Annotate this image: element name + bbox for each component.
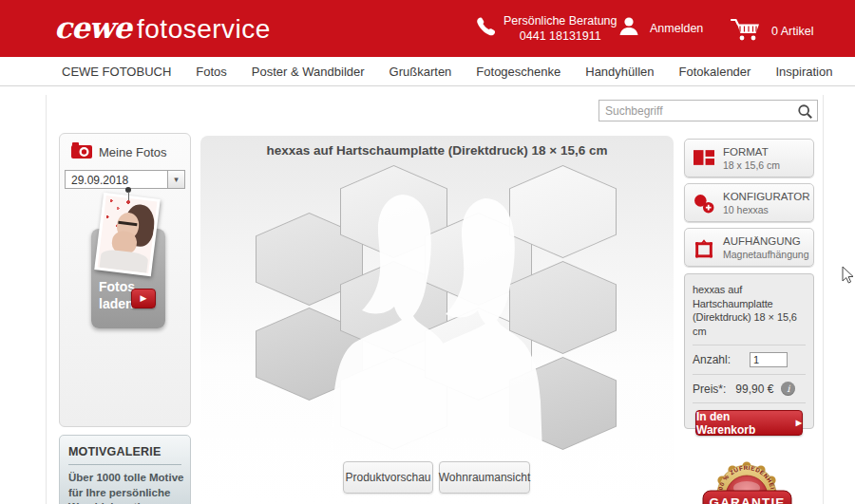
logo-text: fotoservice <box>137 14 271 44</box>
nav-item-poster[interactable]: Poster & Wandbilder <box>252 65 365 79</box>
phone-label: Persönliche Beratung <box>504 13 618 28</box>
nav-item-handyhuellen[interactable]: Handyhüllen <box>585 65 654 79</box>
price-label: Preis*: <box>693 383 726 396</box>
product-preview-button[interactable]: Produktvorschau <box>343 461 433 494</box>
divider <box>693 402 806 403</box>
content-right-border <box>823 95 824 504</box>
right-arrow-icon: ▶ <box>796 419 802 427</box>
divider <box>693 374 806 375</box>
logo[interactable]: cewefotoservice <box>54 10 271 45</box>
phone-icon <box>475 16 496 41</box>
hanging-icon <box>694 238 714 263</box>
format-title: FORMAT <box>723 146 769 158</box>
configurator-value: 10 hexxas <box>723 204 769 215</box>
main-nav: CEWE FOTOBUCH Fotos Poster & Wandbilder … <box>0 57 855 86</box>
account-icon <box>618 15 640 42</box>
configurator-title: KONFIGURATOR <box>723 191 810 202</box>
search-icon[interactable] <box>797 103 813 123</box>
motivgalerie-text: Über 1000 tolle Motive für Ihre persönli… <box>68 471 186 504</box>
product-summary: hexxas auf Hartschaumplatte (Direktdruck… <box>684 273 814 429</box>
product-title: hexxas auf Hartschaumplatte (Direktdruck… <box>200 143 674 158</box>
add-to-cart-label: In den Warenkorb <box>696 410 791 437</box>
product-preview-panel: hexxas auf Hartschaumplatte (Direktdruck… <box>200 136 674 504</box>
search-input[interactable] <box>599 101 794 121</box>
format-option[interactable]: FORMAT 18 x 15,6 cm <box>684 139 814 177</box>
page: cewefotoservice Persönliche Beratung 044… <box>0 0 855 504</box>
logo-script: cewe <box>54 10 131 45</box>
my-photos-label: Meine Fotos <box>99 145 167 159</box>
hanging-title: AUFHÄNGUNG <box>723 235 801 247</box>
content-left-border <box>46 95 47 504</box>
nav-item-fotokalender[interactable]: Fotokalender <box>679 65 751 79</box>
login-button[interactable]: Anmelden <box>618 15 703 42</box>
configurator-icon <box>694 194 714 217</box>
seal-banner-text: GARANTIE <box>709 495 785 504</box>
nav-item-inspiration[interactable]: Inspiration <box>775 65 832 79</box>
hanging-value: Magnetaufhängung <box>723 249 809 260</box>
price-value: 99,90 € <box>735 383 773 396</box>
cart-count-label: 0 Artikel <box>771 25 813 38</box>
format-icon <box>694 149 714 170</box>
room-view-button[interactable]: Wohnraumansicht <box>439 461 530 494</box>
divider <box>693 345 806 345</box>
cart-icon <box>730 17 762 46</box>
cart-button[interactable]: 0 Artikel <box>730 17 813 46</box>
dropdown-icon[interactable]: ▾ <box>167 171 184 188</box>
info-icon[interactable]: i <box>781 382 795 396</box>
header: cewefotoservice Persönliche Beratung 044… <box>0 0 855 57</box>
pin-icon <box>124 187 132 200</box>
cursor-icon <box>842 266 855 285</box>
nav-item-fotobuch[interactable]: CEWE FOTOBUCH <box>62 65 171 79</box>
camera-icon <box>70 141 93 163</box>
format-value: 18 x 15,6 cm <box>723 159 780 171</box>
guarantee-seal: 100 % ZUFRIEDENHEIT GARANTIE <box>702 461 794 504</box>
login-label: Anmelden <box>650 22 703 35</box>
sample-photo[interactable] <box>94 193 161 277</box>
motivgalerie-teaser[interactable]: MOTIVGALERIE Über 1000 tolle Motive für … <box>59 435 191 504</box>
configurator-option[interactable]: KONFIGURATOR 10 hexxas <box>684 183 814 222</box>
product-name: hexxas auf Hartschaumplatte (Direktdruck… <box>693 283 806 338</box>
motivgalerie-title: MOTIVGALERIE <box>68 445 181 465</box>
play-icon: ▶ <box>131 289 156 308</box>
search-box <box>598 100 818 121</box>
nav-item-grusskarten[interactable]: Grußkarten <box>390 65 452 79</box>
photo-date-value: 29.09.2018 <box>71 174 128 187</box>
phone-number: 0441 18131911 <box>504 28 618 44</box>
photo-date-select[interactable]: 29.09.2018 ▾ <box>65 170 185 189</box>
nav-item-fotos[interactable]: Fotos <box>196 65 227 79</box>
quantity-input[interactable] <box>750 352 788 367</box>
phone-contact[interactable]: Persönliche Beratung 0441 18131911 <box>475 13 618 44</box>
hanging-option[interactable]: AUFHÄNGUNG Magnetaufhängung <box>684 228 814 267</box>
add-to-cart-button[interactable]: In den Warenkorb ▶ <box>695 410 803 436</box>
nav-item-fotogeschenke[interactable]: Fotogeschenke <box>476 65 560 79</box>
quantity-label: Anzahl: <box>693 353 731 366</box>
